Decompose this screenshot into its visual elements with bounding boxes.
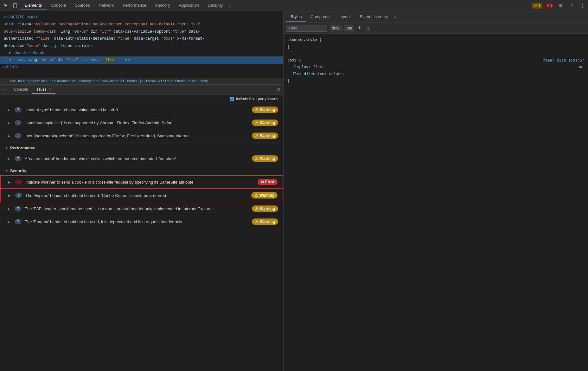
html-close-line: </html> <box>0 64 283 71</box>
warning-badge: ⚠ Warning <box>252 155 278 162</box>
expand-arrow: ▶ <box>8 220 11 224</box>
tab-application[interactable]: Application <box>175 1 204 10</box>
hov-button[interactable]: :hov <box>330 25 342 31</box>
error-badge: ⊗ Error <box>258 179 278 185</box>
error-count: 5 <box>550 3 553 8</box>
tab-issues[interactable]: Issues ✕ <box>32 86 55 94</box>
left-panel: <!DOCTYPE html> <html class="hasSidebar … <box>0 11 284 371</box>
grid-icon: ⊞ <box>579 64 582 71</box>
warning-badge: ⚠ Warning <box>252 107 278 113</box>
warning-count-badge[interactable]: ⚠ 1 <box>532 3 543 9</box>
category-arrow: ▼ <box>5 169 8 172</box>
styles-tabbar: Styles Computed Layout Event Listeners » <box>284 11 588 23</box>
issue-color-scheme[interactable]: ▶ 1 'meta[name=color-scheme]' is not sup… <box>0 129 283 142</box>
issue-count-7e: 7 <box>15 219 22 225</box>
issue-p3p[interactable]: ▶ 7 The 'P3P' header should not be used,… <box>0 202 283 215</box>
html-open-line: <html class="hasSidebar hasPageActions h… <box>0 21 283 28</box>
issue-pragma[interactable]: ▶ 7 The 'Pragma' header should not be us… <box>0 215 283 228</box>
expand-arrow: ▶ <box>8 134 11 138</box>
issue-text-p3p: The 'P3P' header should not be used, it … <box>25 206 249 211</box>
share-button[interactable]: ⤴ <box>567 1 576 10</box>
tab-console-bottom[interactable]: Console <box>10 86 32 94</box>
error-circle-icon: ⊗ <box>261 180 264 184</box>
error-icon: ✕ <box>546 3 549 8</box>
bottom-panel: ⋯ Console Issues ✕ ✕ Include third-party… <box>0 85 283 371</box>
css-rules-panel: element.style { } body { base\ site.scss… <box>284 34 588 88</box>
css-source-link[interactable]: base\ site.scss:57 <box>543 57 584 64</box>
warning-triangle-icon: ⚠ <box>255 156 259 161</box>
settings-button[interactable]: ⚙ <box>556 1 565 10</box>
doctype-line: <!DOCTYPE html> <box>0 14 283 21</box>
breadcrumb-text: bar.hasPageActions.hasBreadcrumb.concept… <box>10 79 196 83</box>
third-party-checkbox-container[interactable]: Include third-party issues <box>230 97 278 101</box>
category-performance[interactable]: ▼ Performance <box>0 142 283 152</box>
category-label-security: Security <box>10 168 26 173</box>
issue-cache-control[interactable]: ▶ 7 A 'cache-control' header contains di… <box>0 152 283 165</box>
warning-triangle-icon: ⚠ <box>255 206 259 211</box>
tab-layout[interactable]: Layout <box>334 12 355 22</box>
tab-performance[interactable]: Performance <box>118 1 150 10</box>
category-security[interactable]: ▼ Security <box>0 165 283 175</box>
issue-expires[interactable]: ▶ 7 The 'Expires' header should not be u… <box>0 189 283 202</box>
add-style-rule-button[interactable]: + <box>357 25 363 31</box>
svg-point-1 <box>15 7 16 7</box>
devtools-top-tabbar: Elements Console Sources Network Perform… <box>0 0 588 11</box>
issue-text-autocapitalize: 'input[autocapitalize]' is not supported… <box>25 120 249 125</box>
category-arrow: ▼ <box>5 146 8 150</box>
expand-arrow: ▶ <box>8 194 12 197</box>
html-data-attrs: authenticated="false" data-auth-status-d… <box>0 35 283 42</box>
issues-tab-close[interactable]: ✕ <box>49 88 52 91</box>
bottom-more-button[interactable]: ⋯ <box>3 87 8 93</box>
warning-triangle-icon: ⚠ <box>255 120 259 125</box>
expand-arrow: ▶ <box>8 180 12 184</box>
right-panel: Styles Computed Layout Event Listeners »… <box>284 11 588 371</box>
error-count-badge[interactable]: ✕ 5 <box>544 3 554 9</box>
cursor-icon[interactable] <box>1 1 10 10</box>
flex-badge: flex <box>104 58 115 62</box>
issue-count-7b: 7 <box>15 156 22 161</box>
more-tabs-button[interactable]: » <box>227 3 232 8</box>
warning-badge: ⚠ Warning <box>252 218 278 225</box>
issue-count-1b: 1 <box>15 133 22 139</box>
issue-text-samesite: Indicate whether to send a cookie in a c… <box>25 180 254 185</box>
issue-text-content-type: 'content-type' header charset value shou… <box>25 107 249 112</box>
third-party-label: Include third-party issues <box>236 97 278 101</box>
tab-security[interactable]: Security <box>203 1 227 10</box>
warning-triangle-icon: ⚠ <box>255 133 259 138</box>
issue-count-7c: 7 <box>15 192 22 198</box>
issue-autocapitalize[interactable]: ▶ 1 'input[autocapitalize]' is not suppo… <box>0 116 283 129</box>
warning-badge: ⚠ Warning <box>252 133 278 139</box>
category-label-performance: Performance <box>10 146 35 150</box>
issue-count-5: 5 <box>15 179 22 185</box>
warning-badge: ⚠ Warning <box>252 120 278 126</box>
body-style-block: body { base\ site.scss:57 display: flex;… <box>287 57 584 85</box>
styles-filter-input[interactable] <box>286 25 327 32</box>
elements-panel: <!DOCTYPE html> <html class="hasSidebar … <box>0 11 283 78</box>
more-tabs-right[interactable]: » <box>394 15 396 19</box>
body-line[interactable]: … ▶ <body lang="en-us" dir="ltr" >…</bod… <box>0 56 283 63</box>
expand-arrow: ▶ <box>8 157 11 160</box>
panel-close-button[interactable]: ✕ <box>277 87 281 93</box>
main-content: <!DOCTYPE html> <html class="hasSidebar … <box>0 11 588 371</box>
tab-memory[interactable]: Memory <box>151 1 175 10</box>
tab-styles[interactable]: Styles <box>286 12 306 22</box>
tab-event-listeners[interactable]: Event Listeners <box>355 12 393 22</box>
third-party-checkbox[interactable] <box>230 97 234 101</box>
tab-network[interactable]: Network <box>94 1 118 10</box>
issue-text-color-scheme: 'meta[name=color-scheme]' is not support… <box>25 133 249 138</box>
head-line: ▶ <head>…</head> <box>0 49 283 56</box>
issue-samesite[interactable]: ▶ 5 Indicate whether to send a cookie in… <box>0 175 283 189</box>
element-style-block: element.style { } <box>287 37 584 50</box>
toggle-inspector-button[interactable]: ◫ <box>365 26 372 31</box>
issue-content-type[interactable]: ▶ 7 'content-type' header charset value … <box>0 103 283 116</box>
tab-elements[interactable]: Elements <box>20 1 46 10</box>
tab-console[interactable]: Console <box>46 1 70 10</box>
tab-sources[interactable]: Sources <box>70 1 94 10</box>
expand-arrow: ▶ <box>8 207 11 211</box>
warning-triangle-icon: ⚠ <box>255 107 259 112</box>
more-options-button[interactable]: ⋮ <box>578 1 587 10</box>
cls-button[interactable]: .cls <box>344 25 354 31</box>
warning-triangle-icon: ⚠ <box>255 219 259 224</box>
mobile-icon[interactable] <box>11 1 20 10</box>
tab-computed[interactable]: Computed <box>306 12 334 22</box>
